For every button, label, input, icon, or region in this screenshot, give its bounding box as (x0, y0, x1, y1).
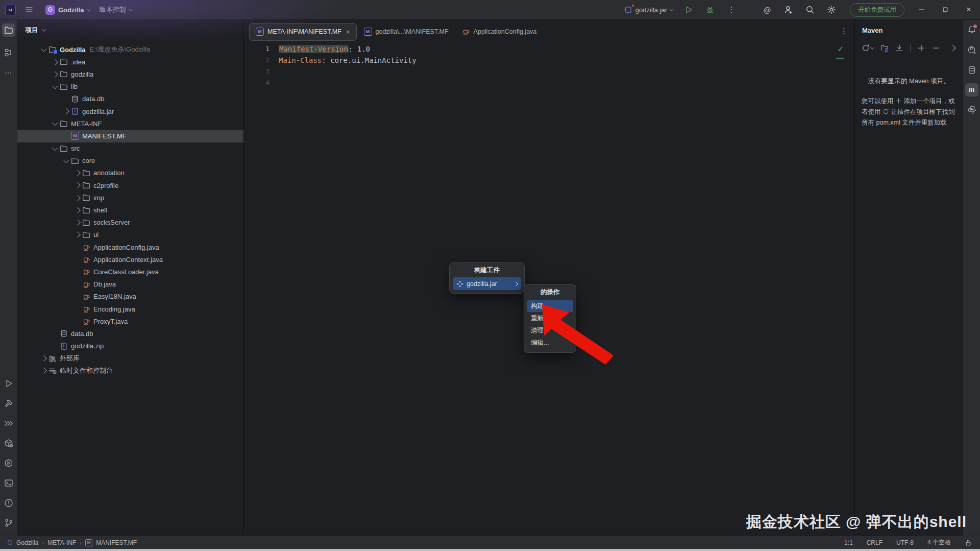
chevron-right-icon[interactable] (75, 183, 80, 188)
python-packages-tool-button[interactable] (963, 100, 980, 119)
ai-chat-tool-button[interactable] (963, 40, 980, 60)
window-close-button[interactable]: × (958, 0, 980, 19)
indent-widget[interactable]: 4 个空格 (927, 538, 951, 547)
tree-item-imp[interactable]: imp (17, 191, 243, 204)
tree-item-godzilla-zip[interactable]: godzilla.zip (17, 340, 243, 352)
tree-item-shell[interactable]: shell (17, 204, 243, 216)
maven-sync-folder-button[interactable] (880, 44, 889, 52)
database-tool-button[interactable] (963, 60, 980, 80)
encoding-widget[interactable]: UTF-8 (896, 539, 914, 546)
tree-item-data-db-root[interactable]: data.db (17, 327, 243, 340)
java-class-icon (462, 28, 470, 36)
maven-download-button[interactable] (895, 44, 903, 52)
breadcrumb-project[interactable]: Godzilla (16, 539, 38, 546)
more-actions-button[interactable]: ⋮ (721, 3, 742, 17)
search-everywhere-button[interactable] (800, 3, 820, 17)
tree-item-lib[interactable]: lib (17, 81, 243, 93)
version-control-tool-button[interactable] (0, 513, 17, 533)
chevron-down-icon[interactable] (41, 46, 46, 52)
main-menu-button[interactable] (19, 3, 39, 17)
tree-item-godzilla-jar[interactable]: godzilla.jar (17, 105, 243, 117)
readonly-lock-icon[interactable] (965, 539, 972, 546)
tree-item-db-java[interactable]: Db.java (17, 278, 243, 291)
inspections-ok-icon[interactable]: ✓ (837, 44, 844, 54)
line-separator-widget[interactable]: CRLF (867, 539, 883, 546)
tree-item-ui[interactable]: ui (17, 229, 243, 241)
code-line-1[interactable]: Manifest-Version: 1.0 (279, 43, 416, 55)
breadcrumb-folder[interactable]: META-INF (47, 539, 76, 546)
ai-assistant-button[interactable]: @ (757, 3, 777, 17)
tab-godzilla-manifest[interactable]: M godzilla\...\MANIFEST.MF (358, 23, 455, 40)
run-anything-button[interactable] (0, 413, 17, 433)
tree-item-godzilla-root[interactable]: Godzilla E:\魔改免杀\Godzilla (17, 43, 243, 56)
chevron-right-icon[interactable] (41, 368, 46, 374)
tree-item-scratches[interactable]: 临时文件和控制台 (17, 365, 243, 377)
terminal-tool-button[interactable] (0, 473, 17, 493)
tree-item-applicationconfig[interactable]: ApplicationConfig.java (17, 241, 243, 253)
tree-item-coreclassloader[interactable]: CoreClassLoader.java (17, 266, 243, 278)
chevron-down-icon[interactable] (52, 145, 58, 151)
tree-item-annotation[interactable]: annotation (17, 167, 243, 179)
tab-options-button[interactable]: ⋮ (840, 27, 848, 36)
more-tool-windows-button[interactable]: ⋯ (0, 62, 17, 82)
tree-item-core[interactable]: core (17, 155, 243, 167)
vcs-widget[interactable]: 版本控制 (96, 3, 135, 17)
chevron-down-icon[interactable] (63, 157, 69, 163)
tab-manifest-mf[interactable]: M META-INF\MANIFEST.MF × (249, 23, 357, 41)
chevron-right-icon[interactable] (52, 59, 58, 65)
chevron-right-icon[interactable] (75, 171, 80, 176)
code-editor[interactable]: Manifest-Version: 1.0 Main-Class: core.u… (279, 43, 416, 66)
code-line-2[interactable]: Main-Class: core.ui.MainActivity (279, 55, 416, 66)
close-tab-icon[interactable]: × (346, 28, 350, 36)
maven-remove-button[interactable] (932, 44, 940, 52)
build-tool-button[interactable] (0, 393, 17, 413)
structure-tool-button[interactable] (0, 42, 17, 62)
run-configuration-selector[interactable]: × godzilla.jar (620, 3, 677, 17)
tree-item-manifest-mf[interactable]: M MANIFEST.MF (17, 130, 243, 142)
project-tool-button[interactable] (0, 20, 17, 40)
tree-item-applicationcontext[interactable]: ApplicationContext.java (17, 253, 243, 266)
problems-tool-button[interactable] (0, 493, 17, 513)
chevron-right-icon[interactable] (52, 71, 58, 77)
chevron-right-icon[interactable] (75, 232, 80, 238)
tree-item-proxyt[interactable]: ProxyT.java (17, 315, 243, 327)
tree-item-c2profile[interactable]: c2profile (17, 179, 243, 191)
run-tool-button[interactable] (0, 373, 17, 393)
tree-item-idea[interactable]: .idea (17, 56, 243, 68)
maven-add-button[interactable] (917, 44, 925, 52)
notifications-button[interactable] (963, 20, 980, 40)
dependencies-tool-button[interactable] (0, 433, 17, 453)
tree-item-godzilla-folder[interactable]: godzilla (17, 68, 243, 80)
chevron-down-icon[interactable] (52, 83, 58, 89)
tree-item-data-db[interactable]: data.db (17, 93, 243, 105)
maven-tool-button[interactable]: m (963, 80, 980, 100)
chevron-right-icon[interactable] (75, 195, 80, 201)
start-trial-button[interactable]: 开始免费试用 (850, 3, 904, 17)
artifact-item-godzilla-jar[interactable]: godzilla.jar (453, 277, 521, 290)
chevron-right-icon[interactable] (75, 220, 80, 225)
project-panel-header[interactable]: 项目 (17, 20, 243, 40)
chevron-down-icon[interactable] (52, 121, 58, 126)
breadcrumb-file[interactable]: MANIFEST.MF (96, 539, 137, 546)
tree-item-encoding[interactable]: Encoding.java (17, 303, 243, 315)
tree-item-meta-inf[interactable]: META-INF (17, 117, 243, 130)
run-button[interactable] (678, 3, 699, 17)
chevron-right-icon[interactable] (63, 109, 69, 114)
caret-position-widget[interactable]: 1:1 (844, 539, 853, 546)
window-minimize-button[interactable] (911, 0, 933, 19)
maven-expand-button[interactable] (950, 44, 958, 52)
chevron-right-icon[interactable] (75, 207, 80, 213)
maven-refresh-button[interactable] (862, 44, 874, 52)
debug-button[interactable] (700, 3, 720, 17)
tree-item-socksserver[interactable]: socksServer (17, 217, 243, 229)
project-widget[interactable]: G Godzilla (42, 3, 93, 17)
settings-button[interactable] (821, 3, 842, 17)
tree-item-easyi18n[interactable]: EasyI18N.java (17, 291, 243, 303)
tab-applicationconfig[interactable]: ApplicationConfig.java (456, 23, 543, 40)
code-with-me-button[interactable] (778, 3, 799, 17)
chevron-right-icon[interactable] (41, 355, 46, 361)
tree-item-src[interactable]: src (17, 142, 243, 155)
services-tool-button[interactable] (0, 453, 17, 473)
tree-item-external-libraries[interactable]: 外部库 (17, 352, 243, 365)
window-maximize-button[interactable] (934, 0, 957, 19)
